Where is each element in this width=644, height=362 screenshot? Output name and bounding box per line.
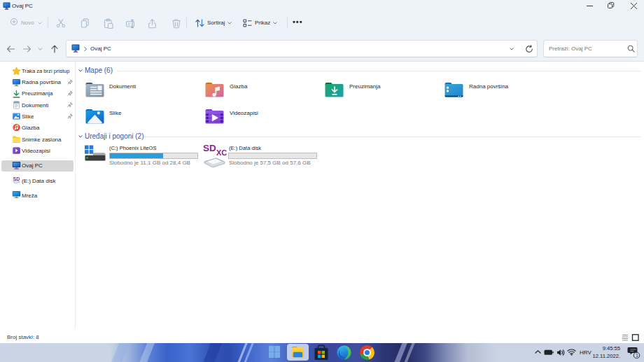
svg-text:SD: SD — [13, 176, 20, 181]
svg-text:XC: XC — [216, 148, 227, 157]
svg-text:SD: SD — [203, 143, 216, 153]
svg-text:1: 1 — [636, 353, 638, 358]
